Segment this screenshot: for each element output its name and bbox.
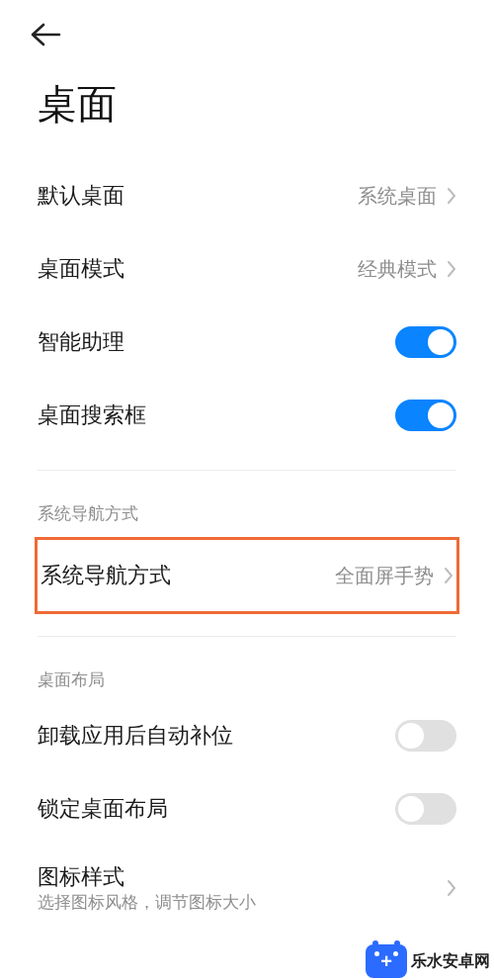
chevron-right-icon bbox=[447, 260, 456, 278]
back-icon[interactable] bbox=[30, 23, 63, 46]
watermark-icon: + bbox=[366, 944, 407, 978]
row-icon-style[interactable]: 图标样式 选择图标风格，调节图标大小 bbox=[38, 846, 456, 931]
row-system-navigation[interactable]: 系统导航方式 全面屏手势 bbox=[41, 540, 453, 611]
watermark-text: 乐水安卓网 bbox=[411, 951, 490, 972]
row-default-desktop[interactable]: 默认桌面 系统桌面 bbox=[38, 159, 456, 232]
row-label-lock-layout: 锁定桌面布局 bbox=[38, 794, 168, 824]
highlighted-row: 系统导航方式 全面屏手势 bbox=[35, 537, 459, 614]
row-lock-layout: 锁定桌面布局 bbox=[38, 772, 456, 846]
row-label-icon-style: 图标样式 bbox=[38, 862, 256, 892]
toggle-search-box[interactable] bbox=[395, 400, 456, 431]
section-header-layout: 桌面布局 bbox=[38, 637, 456, 699]
section-header-navigation: 系统导航方式 bbox=[38, 471, 456, 533]
row-value-system-navigation: 全面屏手势 bbox=[335, 563, 434, 589]
toggle-auto-fill[interactable] bbox=[395, 720, 456, 752]
row-value-desktop-mode: 经典模式 bbox=[358, 256, 437, 283]
row-label-auto-fill: 卸载应用后自动补位 bbox=[38, 721, 233, 751]
row-sub-icon-style: 选择图标风格，调节图标大小 bbox=[38, 891, 256, 914]
chevron-right-icon bbox=[447, 879, 456, 897]
row-label-search-box: 桌面搜索框 bbox=[38, 401, 146, 430]
row-assistant: 智能助理 bbox=[38, 306, 456, 379]
watermark-badge: + 乐水安卓网 bbox=[362, 942, 494, 980]
row-label-assistant: 智能助理 bbox=[38, 327, 124, 357]
row-desktop-mode[interactable]: 桌面模式 经典模式 bbox=[38, 232, 456, 306]
row-label-default-desktop: 默认桌面 bbox=[38, 181, 124, 211]
page-title: 桌面 bbox=[0, 69, 494, 159]
chevron-right-icon bbox=[444, 567, 453, 584]
row-label-system-navigation: 系统导航方式 bbox=[41, 561, 171, 590]
toggle-assistant[interactable] bbox=[395, 326, 456, 358]
row-value-default-desktop: 系统桌面 bbox=[358, 183, 437, 210]
row-search-box: 桌面搜索框 bbox=[38, 379, 456, 452]
row-label-desktop-mode: 桌面模式 bbox=[38, 254, 124, 284]
toggle-lock-layout[interactable] bbox=[395, 793, 456, 825]
row-auto-fill: 卸载应用后自动补位 bbox=[38, 699, 456, 772]
chevron-right-icon bbox=[447, 187, 456, 205]
